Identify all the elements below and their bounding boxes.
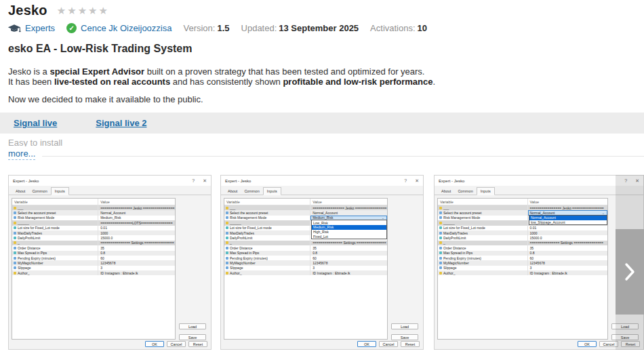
mt-table-row: Slippage3 (224, 266, 387, 270)
mt-row-value: 1000 (98, 230, 175, 235)
carousel-next-button[interactable] (616, 229, 644, 315)
rating-stars[interactable]: ★★★★★ (57, 5, 108, 16)
author-name[interactable]: Cence Jk Oizeijoozzisa (81, 23, 172, 33)
separator-icon (439, 241, 442, 244)
mt-label-text: _ (443, 241, 445, 245)
mt-label-text: Slippage (230, 266, 243, 270)
mt-col-value: Value (98, 199, 175, 205)
mt-tab-inputs: Inputs (51, 187, 69, 195)
mt-label-text: ______ (230, 221, 241, 225)
mt-titlebar: Expert - Jesko?✕ (9, 176, 211, 186)
mt-row-value: 0.8 (310, 251, 387, 256)
mt-table-row: MaxDailyTrades1000 (438, 230, 607, 235)
category-link[interactable]: Experts (7, 23, 55, 33)
mt-label-text: Select the account preset (18, 211, 56, 215)
product-description: Jesko is a special Expert Advisor built … (8, 67, 630, 113)
mt-table-header: VariableValue (12, 199, 175, 205)
signal-link[interactable]: Signal live (14, 118, 57, 128)
star-icon[interactable]: ★ (57, 5, 66, 16)
signal-link[interactable]: Signal live 2 (96, 118, 146, 128)
mt-row-label: Slippage (438, 266, 528, 270)
mt-value-text: Medium_Risk (100, 216, 121, 220)
parameter-icon (14, 237, 16, 239)
mt-value-text: ID Instagram : Ebtrade.lk (530, 271, 567, 275)
mt-row-label: Author_ (224, 270, 310, 275)
mt-row-label: Pending Expiry (minutes) (12, 256, 98, 260)
mt-window-title: Expert - Jesko (225, 179, 396, 183)
mt-table-row: ______================LOTS==============… (12, 220, 175, 225)
close-icon: ✕ (415, 178, 419, 184)
mt-row-value: 60 (98, 256, 175, 260)
version-info: Version:1.5 (183, 23, 229, 33)
category-label[interactable]: Experts (25, 23, 55, 33)
mt-dropdown-option: High_Risk (312, 230, 386, 235)
mt-row-label: Risk Management Mode (224, 216, 310, 220)
mt-screenshot[interactable]: Expert - Jesko?✕AboutCommonInputsVariabl… (220, 175, 424, 350)
mt-row-label: Risk Management Mode (12, 216, 98, 220)
description-text: built on a proven strategy that has been… (144, 66, 424, 77)
mt-row-label: Order Distance (438, 245, 528, 250)
mt-label-text: MyMagicNumber (443, 261, 469, 265)
close-icon: ✕ (203, 178, 207, 184)
mt-row-label: Max Spread in Pips (12, 251, 98, 256)
mt-row-value: 12345678 (98, 260, 175, 265)
mt-label-text: Slippage (443, 266, 456, 270)
mt-label-text: MaxDailyTrades (443, 231, 468, 235)
star-icon[interactable]: ★ (67, 5, 76, 16)
mt-row-label: Order Distance (12, 245, 98, 250)
page-title: Jesko (8, 3, 47, 18)
parameter-icon (439, 232, 442, 235)
more-link[interactable]: more... (8, 148, 35, 160)
mt-col-value: Value (528, 199, 608, 205)
mt-table-row: Max Spread in Pips0.8 (438, 251, 607, 256)
mt-screenshot[interactable]: Expert - Jesko?✕AboutCommonInputsVariabl… (8, 175, 212, 350)
mt-table-row: Pending Expiry (minutes)60 (224, 256, 387, 260)
separator-icon (226, 207, 228, 209)
mt-row-value: 35 (528, 245, 608, 250)
description-text: live-tested on real accounts (54, 77, 170, 87)
parameter-icon (14, 251, 16, 254)
mt-row-value: =============== Settings =============== (310, 241, 387, 245)
mt-row-value: ================ Jesko ================ (98, 205, 175, 210)
meta-row: Experts ✓ Cence Jk Oizeijoozzisa Version… (7, 23, 427, 33)
mt-value-text: ================LOTS================ (100, 221, 173, 225)
mt-row-label: Lot size for Fixed_Lot mode (224, 226, 310, 230)
mt-row-label: Select the account preset (12, 210, 98, 215)
mt-value-text: ================ Jesko ================ (530, 206, 604, 210)
separator-icon (226, 222, 228, 224)
mt-reset-button: Reset (188, 341, 207, 347)
star-icon[interactable]: ★ (99, 5, 108, 16)
mt-row-label: MyMagicNumber (224, 260, 310, 265)
mt-value-text: 0.8 (313, 251, 317, 255)
mt-label-text: DailyProfitLimit (18, 236, 40, 240)
parameter-icon (226, 262, 228, 264)
star-icon[interactable]: ★ (88, 5, 97, 16)
mt-value-text: =============== Settings =============== (313, 241, 386, 245)
mt-label-text: Order Distance (18, 246, 41, 250)
parameter-icon (14, 262, 16, 264)
mt-value-text: 1000 (530, 231, 538, 235)
mt-row-label: MaxDailyTrades (12, 230, 98, 235)
author-link[interactable]: ✓ Cence Jk Oizeijoozzisa (66, 23, 172, 33)
mt-row-value: 1000 (528, 230, 608, 235)
separator-icon (14, 241, 16, 244)
mt-value-text: 0.8 (100, 251, 105, 255)
parameter-icon (226, 272, 228, 275)
mt-table-row: _=============== Settings ==============… (12, 241, 175, 245)
mt-table-row: MyMagicNumber12345678 (224, 260, 387, 265)
help-icon: ? (192, 178, 195, 183)
mt-tab-about: About (224, 188, 241, 195)
mt-table-row: Author_ID Instagram : Ebtrade.lk (438, 270, 607, 275)
parameter-icon (14, 232, 16, 235)
mt-table-row: Select the account presetNormal_Account (12, 210, 175, 215)
screenshot-carousel: Expert - Jesko?✕AboutCommonInputsVariabl… (0, 175, 644, 350)
mt-row-value: 60 (310, 256, 387, 260)
parameter-icon (439, 226, 442, 229)
mt-screenshot[interactable]: Expert - Jesko?✕AboutCommonInputsVariabl… (434, 175, 644, 350)
mt-footer-buttons: OKCancelReset (145, 341, 207, 347)
parameter-icon (439, 237, 442, 239)
mt-table-header: VariableValue (438, 199, 607, 205)
mt-value-text: 15000.0 (100, 236, 113, 240)
mt-row-label: Risk Management Mode (438, 216, 528, 220)
star-icon[interactable]: ★ (78, 5, 87, 16)
